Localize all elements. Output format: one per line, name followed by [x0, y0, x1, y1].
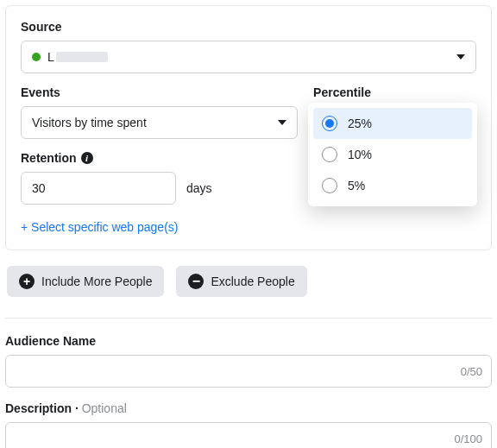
source-redacted: [56, 52, 108, 62]
percentile-option[interactable]: 5%: [313, 170, 472, 201]
radio-icon: [322, 147, 337, 162]
retention-input[interactable]: [21, 172, 176, 205]
option-label: 25%: [348, 117, 372, 130]
source-select[interactable]: L: [21, 41, 476, 73]
divider: [5, 318, 492, 319]
info-icon[interactable]: i: [81, 152, 93, 164]
include-more-button[interactable]: + Include More People: [7, 266, 164, 297]
source-letter: L: [47, 50, 54, 64]
include-label: Include More People: [41, 274, 152, 288]
exclude-label: Exclude People: [211, 274, 294, 288]
plus-icon: +: [19, 274, 35, 289]
radio-icon: [322, 116, 337, 131]
description-input[interactable]: [16, 431, 481, 446]
audience-name-label: Audience Name: [5, 334, 492, 348]
audience-name-counter: 0/50: [461, 365, 482, 378]
option-label: 5%: [348, 179, 365, 192]
percentile-option[interactable]: 10%: [313, 139, 472, 170]
audience-name-input[interactable]: [16, 363, 481, 379]
description-counter: 0/100: [454, 432, 482, 445]
description-label: Description · Optional: [5, 401, 492, 415]
events-value: Visitors by time spent: [32, 116, 278, 129]
events-label: Events: [21, 85, 298, 99]
percentile-option[interactable]: 25%: [313, 108, 472, 139]
percentile-label: Percentile: [313, 85, 476, 99]
criteria-panel: Source L Events Visitors by time spent P…: [5, 5, 492, 250]
exclude-button[interactable]: − Exclude People: [176, 266, 306, 297]
days-label: days: [186, 181, 212, 195]
status-dot-icon: [32, 53, 41, 61]
chevron-down-icon: [456, 54, 465, 60]
events-select[interactable]: Visitors by time spent: [21, 106, 298, 139]
minus-icon: −: [188, 274, 204, 289]
select-pages-link[interactable]: + Select specific web page(s): [21, 220, 178, 234]
option-label: 10%: [348, 148, 372, 161]
chevron-down-icon: [278, 120, 286, 125]
radio-icon: [322, 178, 337, 193]
percentile-dropdown: 25% 10% 5%: [308, 103, 477, 206]
source-label: Source: [21, 20, 476, 34]
